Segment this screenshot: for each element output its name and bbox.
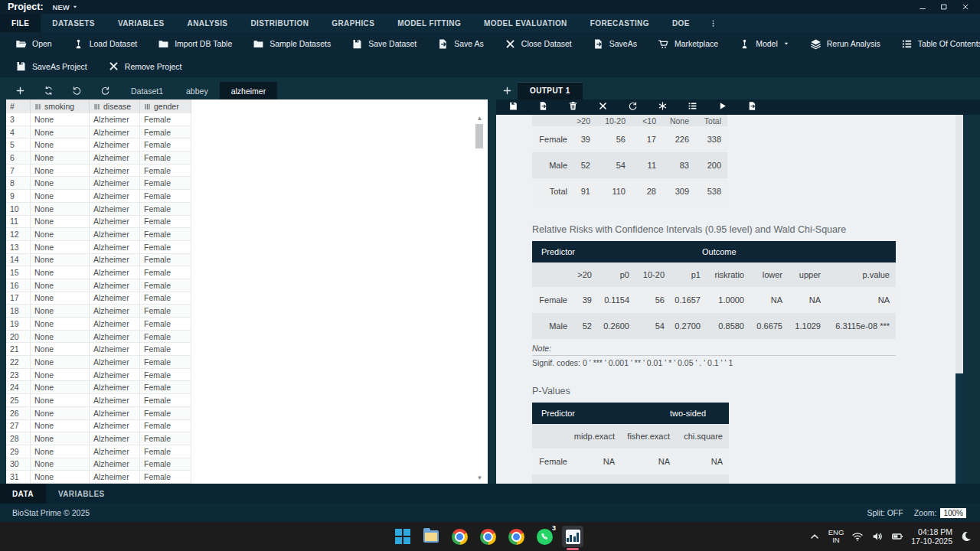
output-file-export-button[interactable] — [538, 100, 548, 114]
table-cell[interactable]: 21 — [6, 343, 31, 356]
menu-overflow-button[interactable] — [701, 14, 725, 32]
table-cell[interactable]: 17 — [6, 292, 31, 305]
table-cell[interactable]: 20 — [6, 331, 31, 344]
table-row[interactable]: 27NoneAlzheimerFemale — [6, 420, 191, 433]
table-cell[interactable]: None — [31, 471, 90, 484]
table-cell[interactable]: Female — [140, 445, 191, 458]
table-row[interactable]: 10NoneAlzheimerFemale — [6, 203, 191, 216]
table-cell[interactable]: Alzheimer — [90, 203, 140, 216]
table-cell[interactable]: 28 — [6, 432, 31, 445]
menu-distribution[interactable]: DISTRIBUTION — [239, 14, 320, 32]
table-cell[interactable]: 9 — [6, 190, 31, 203]
table-cell[interactable]: Alzheimer — [90, 381, 140, 394]
table-cell[interactable]: Female — [140, 126, 191, 139]
table-cell[interactable]: None — [31, 279, 90, 292]
table-cell[interactable]: None — [31, 318, 90, 331]
table-cell[interactable]: None — [31, 407, 90, 420]
table-cell[interactable]: Female — [140, 407, 191, 420]
table-cell[interactable]: None — [31, 292, 90, 305]
table-cell[interactable]: Alzheimer — [90, 254, 140, 267]
toolbar-model-button[interactable]: Model — [739, 38, 789, 50]
redo-button[interactable] — [91, 82, 119, 99]
toolbar-save-dataset-button[interactable]: Save Dataset — [351, 38, 416, 50]
column-header-gender[interactable]: gender — [140, 99, 191, 113]
table-cell[interactable]: Alzheimer — [90, 420, 140, 433]
menu-graphics[interactable]: GRAPHICS — [320, 14, 386, 32]
table-row[interactable]: 7NoneAlzheimerFemale — [6, 165, 191, 178]
toolbar-save-as-button[interactable]: Save As — [437, 38, 484, 50]
language-indicator[interactable]: ENG IN — [828, 529, 844, 544]
table-cell[interactable]: 27 — [6, 420, 31, 433]
table-cell[interactable]: Female — [140, 190, 191, 203]
minimize-button[interactable] — [916, 2, 929, 12]
whatsapp-button[interactable]: 3 — [534, 526, 555, 547]
menu-model-evaluation[interactable]: MODEL EVALUATION — [472, 14, 579, 32]
table-cell[interactable]: None — [31, 445, 90, 458]
chrome-button-1[interactable] — [449, 526, 470, 547]
table-row[interactable]: 31NoneAlzheimerFemale — [6, 471, 191, 484]
table-cell[interactable]: Alzheimer — [90, 445, 140, 458]
table-row[interactable]: 14NoneAlzheimerFemale — [6, 254, 191, 267]
view-tab-data[interactable]: DATA — [0, 484, 46, 504]
sync-button[interactable] — [34, 82, 63, 99]
table-cell[interactable]: Female — [140, 471, 191, 484]
table-row[interactable]: 20NoneAlzheimerFemale — [6, 331, 191, 344]
dataset-tab-dataset1[interactable]: Dataset1 — [119, 82, 175, 99]
column-header--[interactable]: # — [6, 99, 31, 113]
night-mode-icon[interactable] — [960, 530, 972, 543]
split-status[interactable]: Split: OFF — [867, 508, 903, 517]
toolbar-import-db-table-button[interactable]: Import DB Table — [158, 38, 232, 50]
table-row[interactable]: 23NoneAlzheimerFemale — [6, 369, 191, 382]
toolbar-remove-project-button[interactable]: Remove Project — [108, 60, 182, 72]
table-row[interactable]: 15NoneAlzheimerFemale — [6, 266, 191, 279]
table-cell[interactable]: Female — [140, 279, 191, 292]
table-cell[interactable]: Female — [140, 228, 191, 241]
table-cell[interactable]: Female — [140, 165, 191, 178]
table-cell[interactable]: Female — [140, 343, 191, 356]
dataset-tab-abbey[interactable]: abbey — [175, 82, 220, 99]
table-cell[interactable]: Alzheimer — [90, 331, 140, 344]
table-cell[interactable]: Female — [140, 292, 191, 305]
table-cell[interactable]: Alzheimer — [90, 318, 140, 331]
table-cell[interactable]: Alzheimer — [90, 113, 140, 126]
menu-forecasting[interactable]: FORECASTING — [579, 14, 661, 32]
table-cell[interactable]: 7 — [6, 165, 31, 178]
table-row[interactable]: 4NoneAlzheimerFemale — [6, 126, 191, 139]
toolbar-close-dataset-button[interactable]: Close Dataset — [505, 38, 572, 50]
toolbar-load-dataset-button[interactable]: Load Dataset — [73, 38, 137, 50]
table-cell[interactable]: 31 — [6, 471, 31, 484]
table-cell[interactable]: None — [31, 381, 90, 394]
table-cell[interactable]: Female — [140, 254, 191, 267]
table-cell[interactable]: 8 — [6, 177, 31, 190]
table-row[interactable]: 22NoneAlzheimerFemale — [6, 356, 191, 369]
table-cell[interactable]: Alzheimer — [90, 394, 140, 407]
table-cell[interactable]: 23 — [6, 369, 31, 382]
table-cell[interactable]: None — [31, 331, 90, 344]
taskbar-clock[interactable]: 04:18 PM 17-10-2025 — [911, 527, 952, 546]
column-header-disease[interactable]: disease — [90, 99, 140, 113]
table-cell[interactable]: Alzheimer — [90, 407, 140, 420]
table-cell[interactable]: 4 — [6, 126, 31, 139]
project-selector[interactable]: NEW — [53, 3, 78, 11]
undo-button[interactable] — [63, 82, 91, 99]
dataset-tab-alzheimer[interactable]: alzheimer — [220, 82, 278, 99]
table-cell[interactable]: 29 — [6, 445, 31, 458]
tray-chevron-up-icon[interactable] — [808, 530, 821, 543]
table-cell[interactable]: None — [31, 152, 90, 165]
output-close-button[interactable] — [598, 100, 608, 114]
view-tab-variables[interactable]: VARIABLES — [46, 484, 117, 504]
table-row[interactable]: 12NoneAlzheimerFemale — [6, 228, 191, 241]
table-cell[interactable]: None — [31, 165, 90, 178]
table-cell[interactable]: 24 — [6, 381, 31, 394]
table-cell[interactable]: Alzheimer — [90, 292, 140, 305]
table-cell[interactable]: Alzheimer — [90, 152, 140, 165]
output-list-button[interactable] — [688, 100, 697, 114]
table-cell[interactable]: 22 — [6, 356, 31, 369]
table-cell[interactable]: Female — [140, 113, 191, 126]
table-cell[interactable]: None — [31, 177, 90, 190]
table-cell[interactable]: Alzheimer — [90, 190, 140, 203]
table-cell[interactable]: Female — [140, 152, 191, 165]
table-cell[interactable]: Female — [140, 216, 191, 229]
biostat-app-button[interactable] — [562, 526, 583, 547]
table-cell[interactable]: 18 — [6, 305, 31, 318]
